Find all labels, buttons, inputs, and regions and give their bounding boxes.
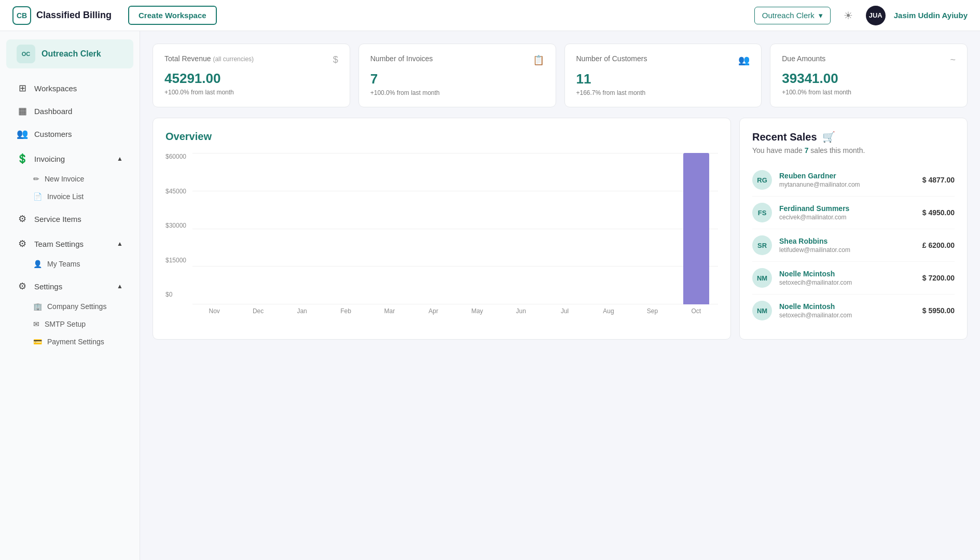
sale-item: NM Noelle Mcintosh setoxecih@mailinator.… xyxy=(752,295,955,327)
sun-icon: ☀ xyxy=(844,9,853,22)
stat-icon: $ xyxy=(333,54,338,65)
chevron-up-icon: ▲ xyxy=(117,240,123,247)
sidebar-item-new-invoice[interactable]: ✏ New Invoice xyxy=(33,170,135,188)
stat-header: Total Revenue (all currencies) $ xyxy=(164,54,338,65)
chart-y-labels: $60000$45000$30000$15000$0 xyxy=(165,153,186,298)
sale-amount: £ 6200.00 xyxy=(922,241,955,249)
sidebar-item-payment-settings[interactable]: 💳 Payment Settings xyxy=(33,333,135,351)
invoice-list-icon: 📄 xyxy=(33,192,42,201)
sidebar-item-smtp-setup[interactable]: ✉ SMTP Setup xyxy=(33,315,135,333)
nav-settings-section: ⚙ Settings ▲ 🏢 Company Settings ✉ SMTP S… xyxy=(0,275,140,351)
sale-amount: $ 4950.00 xyxy=(922,208,955,217)
sidebar-item-invoice-list[interactable]: 📄 Invoice List xyxy=(33,188,135,205)
sidebar-item-company-settings[interactable]: 🏢 Company Settings xyxy=(33,298,135,315)
stat-icon: ~ xyxy=(950,54,956,65)
chart-bar xyxy=(683,153,710,304)
chart-x-label: Nov xyxy=(192,307,236,315)
sales-list: RG Reuben Gardner mytananune@mailinator.… xyxy=(752,164,955,327)
sidebar-item-label: Customers xyxy=(34,130,72,138)
sidebar-workspace-item[interactable]: OC Outreach Clerk xyxy=(6,39,133,68)
chart-x-label: Dec xyxy=(236,307,280,315)
sale-info: Reuben Gardner mytananune@mailinator.com xyxy=(779,172,915,188)
nav-service-items-section: ⚙ Service Items xyxy=(0,207,140,230)
stat-header: Number of Customers 👥 xyxy=(576,54,750,66)
sale-amount: $ 4877.00 xyxy=(922,176,955,184)
sale-email: mytananune@mailinator.com xyxy=(779,181,915,188)
smtp-icon: ✉ xyxy=(33,320,39,328)
chevron-up-icon: ▲ xyxy=(117,283,123,290)
sidebar-item-service-items[interactable]: ⚙ Service Items xyxy=(4,207,135,230)
sale-info: Noelle Mcintosh setoxecih@mailinator.com xyxy=(779,270,915,286)
chart-area: $60000$45000$30000$15000$0NovDecJanFebMa… xyxy=(165,153,718,319)
sidebar-item-label: Invoicing xyxy=(34,155,65,163)
sidebar-item-label: Workspaces xyxy=(34,84,77,93)
cart-icon: 🛒 xyxy=(822,131,835,143)
chevron-down-icon: ▾ xyxy=(819,11,823,20)
chart-bar-col xyxy=(411,153,455,304)
sale-item: NM Noelle Mcintosh setoxecih@mailinator.… xyxy=(752,262,955,295)
team-settings-icon: ⚙ xyxy=(17,238,28,249)
invoicing-icon: 💲 xyxy=(17,153,28,164)
sale-name: Noelle Mcintosh xyxy=(779,270,915,278)
sidebar-item-invoicing[interactable]: 💲 Invoicing ▲ xyxy=(4,147,135,170)
sale-item: RG Reuben Gardner mytananune@mailinator.… xyxy=(752,164,955,197)
sidebar-item-dashboard[interactable]: ▦ Dashboard xyxy=(4,100,135,122)
sale-item: FS Ferdinand Summers cecivek@mailinator.… xyxy=(752,197,955,229)
chart-bar-col xyxy=(630,153,674,304)
theme-toggle-button[interactable]: ☀ xyxy=(839,6,858,25)
chart-x-label: Oct xyxy=(674,307,718,315)
sale-info: Shea Robbins letifudew@mailinator.com xyxy=(779,237,915,254)
stat-card: Total Revenue (all currencies) $ 45291.0… xyxy=(153,44,350,107)
new-invoice-icon: ✏ xyxy=(33,175,39,183)
sidebar-item-my-teams[interactable]: 👤 My Teams xyxy=(33,255,135,273)
chart-bar-col xyxy=(499,153,543,304)
sidebar-item-customers[interactable]: 👥 Customers xyxy=(4,122,135,145)
chart-bar-col xyxy=(587,153,630,304)
sale-avatar: RG xyxy=(752,170,772,190)
stat-change: +100.0% from last month xyxy=(164,89,338,96)
stat-change: +166.7% from last month xyxy=(576,89,750,96)
sale-email: setoxecih@mailinator.com xyxy=(779,312,915,319)
workspace-selector-label: Outreach Clerk xyxy=(762,11,815,20)
nav-invoicing-section: 💲 Invoicing ▲ ✏ New Invoice 📄 Invoice Li… xyxy=(0,147,140,205)
sale-name: Shea Robbins xyxy=(779,237,915,245)
chart-x-label: Mar xyxy=(368,307,411,315)
stat-card: Due Amounts ~ 39341.00 +100.0% from last… xyxy=(770,44,968,107)
app-logo[interactable]: CB Classified Billing xyxy=(12,6,112,25)
logo-icon: CB xyxy=(12,6,31,25)
app-name: Classified Billing xyxy=(36,10,112,21)
company-icon: 🏢 xyxy=(33,302,42,311)
sale-avatar: FS xyxy=(752,203,772,222)
chart-x-label: Jan xyxy=(280,307,324,315)
user-name: Jasim Uddin Ayiuby xyxy=(894,11,968,20)
settings-submenu: 🏢 Company Settings ✉ SMTP Setup 💳 Paymen… xyxy=(0,298,140,351)
sidebar-item-settings[interactable]: ⚙ Settings ▲ xyxy=(4,275,135,298)
stat-icon: 👥 xyxy=(738,54,750,66)
main-content: Total Revenue (all currencies) $ 45291.0… xyxy=(140,31,980,560)
avatar: JUA xyxy=(866,6,886,25)
chart-x-label: Jun xyxy=(499,307,543,315)
stat-value: 11 xyxy=(576,71,750,87)
header: CB Classified Billing Create Workspace O… xyxy=(0,0,980,31)
chart-bar-col xyxy=(324,153,367,304)
bottom-row: Overview $60000$45000$30000$15000$0NovDe… xyxy=(153,118,968,340)
chart-y-label: $60000 xyxy=(165,153,186,160)
sidebar-item-workspaces[interactable]: ⊞ Workspaces xyxy=(4,77,135,100)
sale-name: Reuben Gardner xyxy=(779,172,915,180)
chart-bar-col xyxy=(674,153,718,304)
workspace-avatar: OC xyxy=(17,45,35,63)
chart-bar-col xyxy=(368,153,411,304)
chevron-up-icon: ▲ xyxy=(117,155,123,162)
invoicing-submenu: ✏ New Invoice 📄 Invoice List xyxy=(0,170,140,205)
chart-x-label: Apr xyxy=(411,307,455,315)
workspaces-icon: ⊞ xyxy=(17,82,28,94)
create-workspace-button[interactable]: Create Workspace xyxy=(128,6,217,25)
workspace-selector[interactable]: Outreach Clerk ▾ xyxy=(754,7,831,24)
sidebar-item-team-settings[interactable]: ⚙ Team Settings ▲ xyxy=(4,232,135,255)
chart-bar-col xyxy=(543,153,586,304)
layout: OC Outreach Clerk ⊞ Workspaces ▦ Dashboa… xyxy=(0,31,980,560)
sale-info: Ferdinand Summers cecivek@mailinator.com xyxy=(779,204,915,221)
sidebar-item-label: Dashboard xyxy=(34,107,72,116)
chart-x-label: Jul xyxy=(543,307,586,315)
stat-change: +100.0% from last month xyxy=(370,89,544,96)
